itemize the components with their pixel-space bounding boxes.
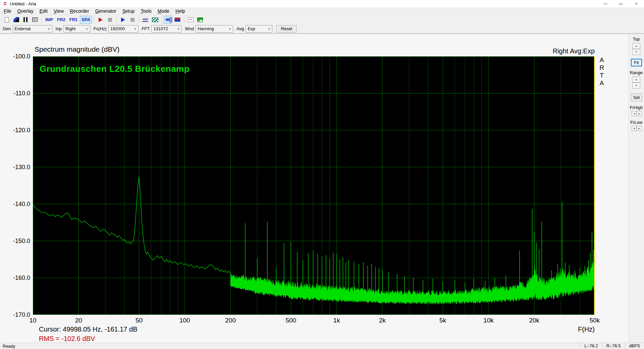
spectrum-view-icon: ▁▄▂ [197, 17, 203, 22]
maximize-button[interactable]: ▭ [613, 0, 629, 7]
x-tick-label: 20k [525, 317, 544, 324]
range-label: Range [629, 70, 644, 75]
title-bar: C Untitled - Arta —▭× [0, 0, 644, 7]
top-label: Top [629, 37, 644, 42]
spectrum-view-icon[interactable]: ▁▄▂ [196, 16, 204, 24]
status-right-level: R:-76.5 [602, 343, 625, 349]
menu-bar: FileOverlayEditViewRecorderGeneratorSetu… [0, 7, 644, 15]
menu-mode[interactable]: Mode [155, 7, 172, 15]
color-setup-icon[interactable] [12, 16, 20, 24]
color-setup-icon [13, 17, 19, 22]
record-start-icon[interactable] [96, 16, 105, 24]
y-tick-label: -140.0 [0, 201, 30, 207]
combo-inp[interactable]: Right∨ [63, 25, 90, 33]
x-tick-label: 50 [130, 317, 149, 324]
control-label-inp: Inp [56, 26, 62, 31]
cursor-readout: Cursor: 49998.05 Hz, -161.17 dB [39, 326, 138, 333]
menu-file[interactable]: File [1, 7, 14, 15]
y-tick-label: -100.0 [0, 53, 30, 60]
minimize-button[interactable]: — [598, 0, 613, 7]
range-down-button[interactable]: ▾ [632, 83, 640, 89]
menu-setup[interactable]: Setup [119, 7, 138, 15]
smoothing-icon [152, 17, 158, 22]
data-grid-icon[interactable] [31, 16, 39, 24]
x-tick-label: 100 [175, 317, 194, 324]
abc-marker-icon: ABC [143, 18, 149, 22]
combo-value: External [15, 26, 31, 31]
frhigh-left-button[interactable]: ◂ [632, 111, 637, 116]
overlay-wave-icon[interactable] [173, 16, 182, 24]
chevron-down-icon: ∨ [229, 27, 231, 31]
combo-value: Right [65, 26, 75, 31]
frlow-spinner: ◂ ▸ [632, 126, 642, 131]
probe-icon[interactable] [164, 16, 172, 24]
menu-recorder[interactable]: Recorder [67, 7, 92, 15]
combo-fft[interactable]: 131072∨ [151, 25, 181, 33]
frlow-left-button[interactable]: ◂ [632, 126, 637, 131]
menu-tools[interactable]: Tools [138, 7, 155, 15]
generator-start-icon[interactable] [119, 16, 127, 24]
top-spinner: ▴ ▾ [632, 43, 640, 55]
status-unit: dBFS [625, 343, 644, 349]
record-start-icon [99, 17, 103, 22]
mode-fr2-button[interactable]: FR2 [55, 16, 67, 24]
spin-up-icon: ▴ [636, 78, 637, 81]
frhigh-right-button[interactable]: ▸ [637, 111, 642, 116]
pause-icon[interactable] [21, 16, 30, 24]
reset-button[interactable]: Reset [276, 25, 297, 33]
combo-fshz[interactable]: 192000∨ [108, 25, 139, 33]
x-tick-label: 1k [327, 317, 346, 324]
x-tick-label: 500 [281, 317, 300, 324]
top-up-button[interactable]: ▴ [632, 43, 640, 49]
toolbar-separator [94, 16, 94, 23]
window-controls: —▭× [598, 0, 644, 7]
menu-overlay[interactable]: Overlay [14, 7, 37, 15]
rms-readout: RMS = -102.6 dBV [39, 335, 95, 343]
y-tick-label: -170.0 [0, 311, 30, 318]
plot-side-controls: Top ▴ ▾ Fit Range ▴ ▾ Set FrHigh ◂ ▸ FrL… [628, 34, 644, 343]
generator-stop-icon[interactable] [128, 16, 137, 24]
set-button[interactable]: Set [631, 94, 642, 101]
plot-title: Spectrum magnitude (dBV) [35, 45, 119, 53]
menu-help[interactable]: Help [172, 7, 188, 15]
top-down-button[interactable]: ▾ [632, 49, 640, 55]
menu-edit[interactable]: Edit [37, 7, 51, 15]
new-file-icon[interactable] [2, 16, 11, 24]
mode-spa-button[interactable]: SPA [80, 16, 92, 24]
frlow-label: FrLow [629, 120, 644, 125]
combo-wnd[interactable]: Hanning∨ [196, 25, 233, 33]
close-button[interactable]: × [629, 0, 644, 7]
frlow-right-button[interactable]: ▸ [637, 126, 642, 131]
combo-gen[interactable]: External∨ [13, 25, 52, 33]
record-stop-icon[interactable] [106, 16, 114, 24]
y-tick-label: -130.0 [0, 164, 30, 170]
arta-letter: R [598, 64, 605, 71]
chevron-down-icon: ∨ [268, 27, 270, 31]
spin-down-icon: ▾ [636, 50, 637, 53]
fit-button[interactable]: Fit [631, 59, 642, 66]
sine-generator-icon[interactable]: ~ [186, 16, 195, 24]
mode-imp-button[interactable]: IMP [44, 16, 55, 24]
y-tick-label: -120.0 [0, 127, 30, 134]
combo-avg[interactable]: Exp∨ [246, 25, 272, 33]
data-grid-icon [32, 17, 38, 22]
x-tick-label: 2k [373, 317, 392, 324]
noise-floor-band [230, 261, 595, 304]
spectrum-plot[interactable]: Grundrauschen L20.5 Brückenamp [33, 56, 595, 315]
chevron-down-icon: ∨ [177, 27, 179, 31]
abc-marker-icon[interactable]: ABC [141, 16, 150, 24]
record-stop-icon [108, 18, 112, 22]
toolbar-separator [41, 16, 42, 23]
control-bar: GenExternal∨InpRight∨Fs(Hz)192000∨FFT131… [0, 24, 644, 34]
range-up-button[interactable]: ▴ [632, 77, 640, 83]
menu-view[interactable]: View [51, 7, 67, 15]
smoothing-icon[interactable] [151, 16, 159, 24]
arta-letter: A [598, 79, 605, 87]
x-tick-label: 20 [69, 317, 88, 324]
new-file-icon [5, 17, 9, 22]
window-title: Untitled - Arta [10, 1, 36, 6]
x-tick-label: 50k [585, 317, 604, 324]
menu-generator[interactable]: Generator [92, 7, 119, 15]
combo-value: Exp [248, 26, 255, 31]
mode-fr1-button[interactable]: FR1 [68, 16, 79, 24]
